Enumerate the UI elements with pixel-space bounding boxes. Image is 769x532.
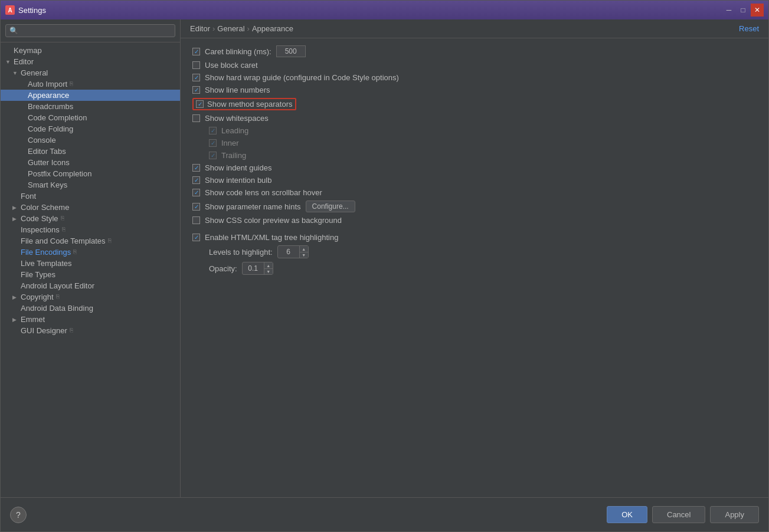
sidebar-item-gutter-icons[interactable]: Gutter Icons [1, 157, 180, 168]
caret-blinking-checkbox[interactable] [192, 48, 200, 55]
app-icon: A [5, 5, 15, 15]
sidebar-item-live-templates[interactable]: Live Templates [1, 258, 180, 269]
sidebar-item-label: Color Scheme [21, 203, 69, 212]
sidebar-item-label: File Encodings [21, 248, 71, 257]
sidebar-item-label: Android Data Binding [21, 304, 93, 313]
sidebar-item-code-style[interactable]: ▶ Code Style ⎘ [1, 213, 180, 224]
show-intention-bulb-checkbox[interactable] [192, 176, 200, 184]
sidebar-item-android-layout-editor[interactable]: Android Layout Editor [1, 280, 180, 291]
search-bar [1, 19, 180, 42]
settings-window: A Settings ─ □ ✕ Keymap ▼ E [0, 0, 769, 532]
sidebar-item-code-completion[interactable]: Code Completion [1, 112, 180, 123]
sidebar-item-emmet[interactable]: ▶ Emmet [1, 314, 180, 325]
main-content: Keymap ▼ Editor ▼ General Auto Import ⎘ [1, 19, 768, 497]
sidebar-item-file-code-templates[interactable]: File and Code Templates ⎘ [1, 235, 180, 247]
levels-down-button[interactable]: ▼ [300, 252, 308, 258]
sidebar-item-label: Auto Import [28, 80, 67, 88]
search-input[interactable] [5, 24, 175, 37]
cancel-button[interactable]: Cancel [652, 506, 705, 523]
copy-icon: ⎘ [61, 215, 69, 223]
minimize-button[interactable]: ─ [722, 4, 735, 17]
sidebar-item-color-scheme[interactable]: ▶ Color Scheme [1, 202, 180, 213]
sidebar-item-file-types[interactable]: File Types [1, 269, 180, 280]
sidebar-item-label: Editor Tabs [28, 147, 66, 156]
show-method-separators-checkbox[interactable] [196, 100, 204, 108]
sidebar-item-label: Copyright [21, 293, 54, 301]
copy-icon: ⎘ [73, 248, 81, 257]
enable-html-xml-row: Enable HTML/XML tag tree highlighting [192, 233, 757, 242]
show-line-numbers-checkbox[interactable] [192, 86, 200, 94]
opacity-down-button[interactable]: ▼ [264, 268, 273, 274]
opacity-label: Opacity: [209, 264, 237, 273]
sidebar-item-copyright[interactable]: ▶ Copyright ⎘ [1, 291, 180, 303]
sidebar-item-file-encodings[interactable]: File Encodings ⎘ [1, 247, 180, 258]
leading-checkbox[interactable] [209, 127, 217, 134]
sidebar-item-keymap[interactable]: Keymap [1, 45, 180, 56]
sidebar-item-android-data-binding[interactable]: Android Data Binding [1, 303, 180, 314]
sidebar-item-smart-keys[interactable]: Smart Keys [1, 179, 180, 191]
close-button[interactable]: ✕ [751, 4, 764, 17]
sidebar-item-gui-designer[interactable]: GUI Designer ⎘ [1, 325, 180, 336]
sidebar-item-label: GUI Designer [21, 326, 67, 335]
sidebar-item-label: Code Style [21, 214, 58, 223]
sidebar-item-postfix-completion[interactable]: Postfix Completion [1, 168, 180, 179]
show-param-hints-checkbox[interactable] [192, 203, 200, 211]
sidebar-item-code-folding[interactable]: Code Folding [1, 123, 180, 134]
show-css-color-label: Show CSS color preview as background [205, 216, 342, 225]
levels-spinner-buttons: ▲ ▼ [299, 246, 308, 258]
sidebar-item-inspections[interactable]: Inspections ⎘ [1, 224, 180, 235]
arrow-icon: ▶ [12, 317, 19, 323]
help-button[interactable]: ? [10, 507, 27, 523]
maximize-button[interactable]: □ [737, 4, 750, 17]
opacity-input[interactable] [243, 263, 264, 274]
breadcrumb-bar: Editor › General › Appearance Reset [181, 19, 768, 38]
sidebar-item-label: General [21, 68, 48, 77]
caret-blinking-input[interactable] [276, 45, 306, 57]
show-code-lens-checkbox[interactable] [192, 189, 200, 196]
sidebar-item-editor-tabs[interactable]: Editor Tabs [1, 146, 180, 157]
sidebar-item-editor[interactable]: ▼ Editor [1, 56, 180, 67]
copy-icon: ⎘ [70, 327, 78, 335]
sidebar-item-auto-import[interactable]: Auto Import ⎘ [1, 78, 180, 90]
reset-link[interactable]: Reset [739, 24, 759, 33]
breadcrumb-sep-1: › [212, 24, 215, 33]
show-hard-wrap-checkbox[interactable] [192, 74, 200, 81]
show-hard-wrap-row: Show hard wrap guide (configured in Code… [192, 73, 757, 82]
trailing-checkbox[interactable] [209, 152, 217, 159]
show-method-separators-label: Show method separators [207, 100, 293, 109]
show-line-numbers-label: Show line numbers [205, 86, 270, 94]
show-css-color-row: Show CSS color preview as background [192, 216, 757, 225]
show-param-hints-row: Show parameter name hints Configure... [192, 201, 757, 212]
show-method-separators-highlight: Show method separators [192, 98, 296, 110]
ok-button[interactable]: OK [607, 506, 647, 523]
use-block-caret-row: Use block caret [192, 61, 757, 70]
levels-input[interactable] [278, 247, 299, 257]
breadcrumb-general: General [217, 24, 244, 33]
enable-html-xml-checkbox[interactable] [192, 234, 200, 241]
sidebar-item-font[interactable]: Font [1, 191, 180, 202]
show-whitespaces-checkbox[interactable] [192, 114, 200, 122]
opacity-up-button[interactable]: ▲ [264, 262, 273, 268]
sidebar-item-label: Keymap [14, 46, 42, 55]
sidebar-item-console[interactable]: Console [1, 134, 180, 146]
levels-up-button[interactable]: ▲ [300, 246, 308, 252]
apply-button[interactable]: Apply [710, 506, 759, 523]
sidebar-item-breadcrumbs[interactable]: Breadcrumbs [1, 101, 180, 112]
sidebar-item-label: File Types [21, 270, 55, 279]
sidebar-item-appearance[interactable]: Appearance [1, 90, 180, 101]
copy-icon: ⎘ [108, 237, 116, 245]
show-hard-wrap-label: Show hard wrap guide (configured in Code… [205, 73, 399, 82]
use-block-caret-checkbox[interactable] [192, 61, 200, 69]
configure-button[interactable]: Configure... [306, 201, 355, 212]
show-code-lens-row: Show code lens on scrollbar hover [192, 188, 757, 197]
sidebar-item-general[interactable]: ▼ General [1, 67, 180, 78]
show-css-color-checkbox[interactable] [192, 216, 200, 224]
copy-icon: ⎘ [70, 80, 78, 88]
right-panel: Editor › General › Appearance Reset Care… [181, 19, 768, 497]
sidebar-item-label: Code Folding [28, 124, 73, 133]
show-indent-guides-checkbox[interactable] [192, 164, 200, 172]
window-title: Settings [18, 6, 46, 15]
leading-label: Leading [221, 126, 248, 135]
inner-checkbox[interactable] [209, 139, 217, 147]
copy-icon: ⎘ [62, 226, 70, 234]
